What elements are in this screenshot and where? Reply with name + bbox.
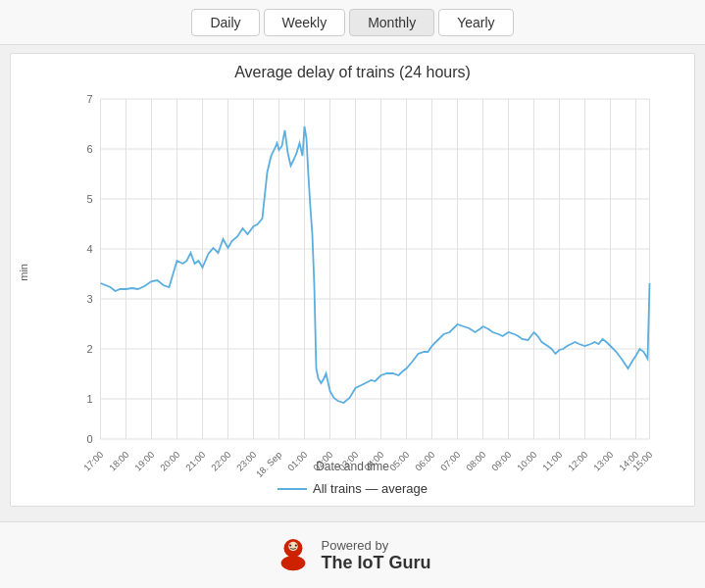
svg-point-66 [294, 544, 296, 546]
chart-container: Average delay of trains (24 hours) min 7… [10, 53, 695, 507]
footer-logo-icon [275, 537, 312, 574]
footer: Powered by The IoT Guru [0, 521, 705, 588]
footer-text: Powered by The IoT Guru [322, 538, 431, 573]
legend: All trains — average [16, 481, 689, 496]
svg-text:4: 4 [86, 243, 92, 255]
svg-text:3: 3 [86, 293, 92, 305]
svg-text:6: 6 [86, 143, 92, 155]
chart-line [101, 126, 650, 403]
svg-point-63 [280, 556, 305, 570]
chart-title: Average delay of trains (24 hours) [16, 64, 689, 81]
footer-powered-by: Powered by [322, 538, 389, 553]
svg-text:2: 2 [86, 343, 92, 355]
svg-text:7: 7 [86, 93, 92, 105]
tab-bar: Daily Weekly Monthly Yearly [0, 0, 705, 45]
y-axis-label: min [18, 264, 29, 281]
legend-text: All trains — average [313, 481, 428, 496]
legend-line-symbol [277, 488, 307, 490]
chart-inner: 7 6 5 4 3 2 1 0 [31, 89, 689, 456]
footer-brand-name: The IoT Guru [322, 553, 431, 573]
svg-text:5: 5 [86, 193, 92, 205]
svg-text:1: 1 [86, 393, 92, 405]
tab-weekly[interactable]: Weekly [264, 9, 346, 36]
svg-point-65 [289, 544, 291, 546]
svg-text:0: 0 [86, 433, 92, 445]
tab-yearly[interactable]: Yearly [438, 9, 513, 36]
chart-svg: 7 6 5 4 3 2 1 0 [31, 89, 689, 452]
tab-monthly[interactable]: Monthly [349, 9, 434, 36]
tab-daily[interactable]: Daily [191, 9, 259, 36]
